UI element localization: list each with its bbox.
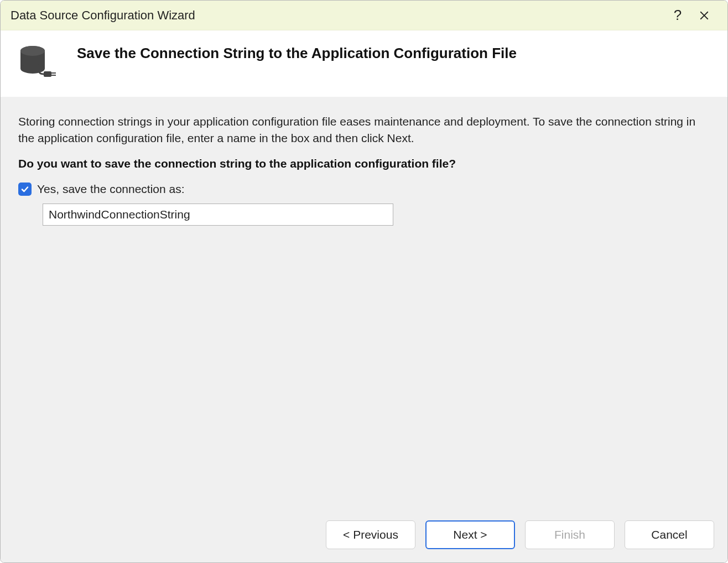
cancel-button[interactable]: Cancel: [625, 520, 714, 549]
finish-button: Finish: [525, 520, 615, 549]
page-title: Save the Connection String to the Applic…: [77, 43, 517, 62]
wizard-dialog: Data Source Configuration Wizard ?: [0, 0, 728, 563]
svg-rect-6: [44, 71, 51, 77]
save-connection-checkbox-row: Yes, save the connection as:: [18, 183, 710, 196]
check-icon: [20, 185, 29, 194]
svg-rect-8: [51, 75, 56, 76]
database-plug-icon: [17, 45, 61, 81]
window-title: Data Source Configuration Wizard: [11, 8, 664, 23]
footer: < Previous Next > Finish Cancel: [1, 510, 727, 562]
connection-name-input-wrap: [43, 204, 710, 226]
help-icon: ?: [674, 7, 682, 24]
connection-name-input[interactable]: [43, 204, 393, 226]
svg-rect-7: [51, 72, 56, 74]
header-panel: Save the Connection String to the Applic…: [1, 30, 727, 97]
help-button[interactable]: ?: [664, 3, 691, 28]
svg-point-4: [20, 64, 45, 74]
content-panel: Storing connection strings in your appli…: [1, 97, 727, 510]
save-connection-checkbox-label: Yes, save the connection as:: [37, 183, 185, 196]
description-text: Storing connection strings in your appli…: [18, 113, 710, 147]
save-connection-checkbox[interactable]: [18, 183, 32, 196]
question-text: Do you want to save the connection strin…: [18, 157, 710, 170]
close-button[interactable]: [691, 3, 717, 28]
next-button[interactable]: Next >: [425, 520, 515, 549]
previous-button[interactable]: < Previous: [326, 520, 415, 549]
titlebar: Data Source Configuration Wizard ?: [1, 1, 727, 30]
svg-point-5: [20, 46, 45, 56]
close-icon: [699, 11, 709, 20]
